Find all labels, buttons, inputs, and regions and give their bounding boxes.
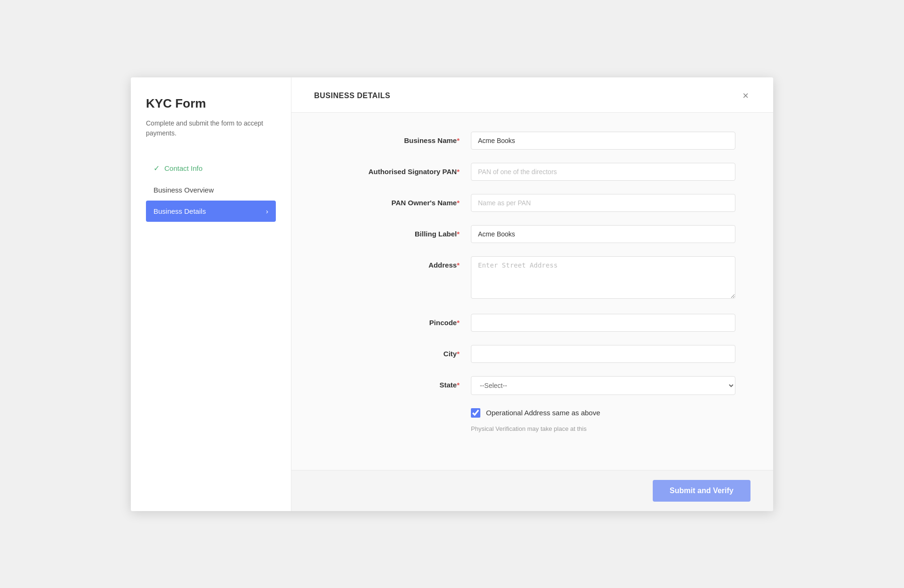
main-content: BUSINESS DETAILS × Business Name* Author… [291, 77, 773, 511]
operational-address-row: Operational Address same as above [329, 408, 735, 418]
address-row: Address* [329, 256, 735, 301]
city-input[interactable] [471, 345, 735, 363]
physical-note: Physical Verification may take place at … [329, 425, 735, 432]
pan-owner-input[interactable] [471, 194, 735, 212]
state-select[interactable]: --Select-- [471, 376, 735, 395]
city-label: City* [329, 345, 471, 358]
business-name-input[interactable] [471, 132, 735, 150]
auth-pan-row: Authorised Signatory PAN* [329, 163, 735, 181]
main-footer: Submit and Verify [291, 470, 773, 511]
city-row: City* [329, 345, 735, 363]
modal-wrapper: KYC Form Complete and submit the form to… [131, 77, 773, 511]
sidebar-title: KYC Form [146, 96, 276, 111]
check-icon: ✓ [154, 164, 160, 173]
sidebar-item-business-details[interactable]: Business Details › [146, 201, 276, 222]
sidebar-item-label: Contact Info [164, 164, 203, 172]
form-scroll: Business Name* Authorised Signatory PAN*… [291, 113, 773, 470]
pan-owner-field [471, 194, 735, 212]
address-input[interactable] [471, 256, 735, 299]
auth-pan-label: Authorised Signatory PAN* [329, 163, 471, 176]
sidebar-item-business-overview[interactable]: Business Overview [146, 179, 276, 201]
address-label: Address* [329, 256, 471, 269]
pincode-input[interactable] [471, 314, 735, 332]
pan-owner-row: PAN Owner's Name* [329, 194, 735, 212]
required-marker: * [457, 261, 460, 269]
state-label: State* [329, 376, 471, 389]
required-marker: * [457, 381, 460, 389]
auth-pan-field [471, 163, 735, 181]
sidebar-subtitle: Complete and submit the form to accept p… [146, 118, 276, 138]
required-marker: * [457, 319, 460, 327]
required-marker: * [457, 168, 460, 176]
business-name-field [471, 132, 735, 150]
address-field [471, 256, 735, 301]
business-name-label: Business Name* [329, 132, 471, 144]
state-field: --Select-- [471, 376, 735, 395]
billing-label-label: Billing Label* [329, 225, 471, 238]
required-marker: * [457, 230, 460, 238]
billing-label-input[interactable] [471, 225, 735, 243]
page-title: BUSINESS DETAILS [314, 92, 391, 100]
main-header: BUSINESS DETAILS × [291, 77, 773, 113]
state-row: State* --Select-- [329, 376, 735, 395]
required-marker: * [457, 199, 460, 207]
pincode-label: Pincode* [329, 314, 471, 327]
required-marker: * [457, 350, 460, 358]
required-marker: * [457, 136, 460, 144]
city-field [471, 345, 735, 363]
billing-label-row: Billing Label* [329, 225, 735, 243]
pan-owner-label: PAN Owner's Name* [329, 194, 471, 207]
operational-address-checkbox[interactable] [471, 408, 480, 418]
close-button[interactable]: × [741, 89, 750, 103]
business-name-row: Business Name* [329, 132, 735, 150]
billing-label-field [471, 225, 735, 243]
chevron-right-icon: › [266, 207, 268, 215]
auth-pan-input[interactable] [471, 163, 735, 181]
sidebar-nav: ✓ Contact Info Business Overview Busines… [146, 157, 276, 222]
pincode-row: Pincode* [329, 314, 735, 332]
pincode-field [471, 314, 735, 332]
sidebar-item-label: Business Overview [154, 186, 214, 194]
sidebar: KYC Form Complete and submit the form to… [131, 77, 291, 511]
submit-verify-button[interactable]: Submit and Verify [653, 480, 750, 502]
sidebar-item-contact-info[interactable]: ✓ Contact Info [146, 157, 276, 179]
sidebar-item-label: Business Details [154, 207, 206, 215]
operational-address-label: Operational Address same as above [486, 409, 600, 417]
